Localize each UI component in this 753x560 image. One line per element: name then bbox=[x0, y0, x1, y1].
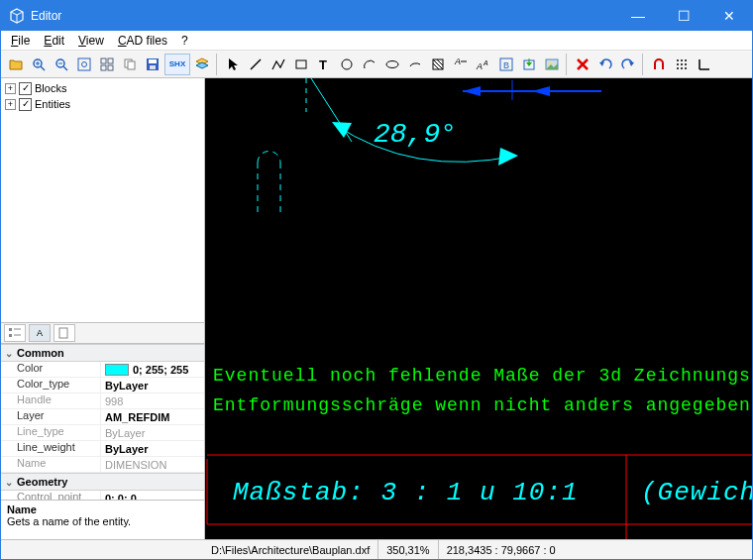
left-panel: + Blocks + Entities A ⌄Common Color bbox=[1, 78, 205, 539]
drawing-canvas[interactable]: 28,9° Eventuell noch fehlende Maße der 3… bbox=[205, 78, 752, 539]
titleblock-weight: (Gewicht) bbox=[641, 478, 752, 507]
ellipse-arc-button[interactable] bbox=[404, 54, 426, 75]
svg-rect-60 bbox=[9, 334, 12, 337]
svg-marker-47 bbox=[629, 61, 634, 66]
snap-button[interactable] bbox=[648, 54, 670, 75]
svg-point-55 bbox=[681, 67, 683, 69]
leader-button[interactable]: A bbox=[450, 54, 472, 75]
open-button[interactable] bbox=[5, 54, 27, 75]
svg-point-50 bbox=[685, 59, 687, 61]
tab-categorized[interactable] bbox=[4, 324, 26, 342]
zoom-in-button[interactable] bbox=[28, 54, 50, 75]
layers-button[interactable] bbox=[191, 54, 213, 75]
separator bbox=[642, 54, 645, 75]
menu-cad[interactable]: CAD files bbox=[112, 34, 173, 48]
property-grid[interactable]: ⌄Common Color0; 255; 255 Color_typeByLay… bbox=[1, 344, 204, 500]
svg-text:A: A bbox=[454, 56, 461, 66]
svg-marker-68 bbox=[532, 86, 550, 96]
help-desc: Gets a name of the entity. bbox=[7, 515, 198, 527]
prop-row-lineweight[interactable]: Line_weightByLayer bbox=[1, 441, 204, 457]
tree-label: Blocks bbox=[35, 82, 66, 94]
insert-button[interactable] bbox=[518, 54, 540, 75]
svg-rect-63 bbox=[59, 328, 67, 338]
prop-row-layer[interactable]: LayerAM_REFDIM bbox=[1, 409, 204, 425]
prop-row-handle[interactable]: Handle998 bbox=[1, 393, 204, 409]
delete-button[interactable] bbox=[572, 54, 593, 75]
status-zoom: 350,31% bbox=[378, 540, 438, 559]
svg-point-49 bbox=[681, 59, 683, 61]
text-button[interactable]: T bbox=[313, 54, 335, 75]
minimize-button[interactable]: — bbox=[615, 1, 661, 31]
svg-text:A: A bbox=[483, 59, 488, 66]
checkbox[interactable] bbox=[19, 82, 32, 95]
zoom-fit-button[interactable] bbox=[73, 54, 95, 75]
svg-marker-23 bbox=[196, 62, 208, 68]
svg-line-1 bbox=[11, 12, 17, 15]
svg-text:T: T bbox=[319, 57, 327, 72]
polyline-button[interactable] bbox=[268, 54, 289, 75]
hatch-button[interactable] bbox=[427, 54, 449, 75]
menubar: File Edit View CAD files ? bbox=[1, 31, 752, 51]
circle-button[interactable] bbox=[336, 54, 358, 75]
zoom-out-button[interactable] bbox=[51, 54, 72, 75]
titleblock-scale: Maßstab: 3 : 1 u 10:1 bbox=[233, 478, 579, 507]
window-title: Editor bbox=[31, 9, 615, 23]
tab-alphabetical[interactable]: A bbox=[29, 324, 51, 342]
note-line-2: Entformungsschräge wenn nicht anders ang… bbox=[213, 395, 752, 415]
svg-marker-72 bbox=[498, 148, 518, 166]
color-swatch bbox=[105, 364, 129, 376]
menu-view[interactable]: View bbox=[72, 34, 110, 48]
svg-line-5 bbox=[41, 66, 45, 70]
svg-marker-46 bbox=[599, 61, 604, 66]
tile-button[interactable] bbox=[96, 54, 118, 75]
shx-button[interactable]: SHX bbox=[164, 54, 190, 75]
undo-button[interactable] bbox=[594, 54, 616, 75]
prop-row-color-type[interactable]: Color_typeByLayer bbox=[1, 378, 204, 393]
grid-button[interactable] bbox=[671, 54, 693, 75]
menu-file[interactable]: File bbox=[5, 34, 36, 48]
prop-row-color[interactable]: Color0; 255; 255 bbox=[1, 362, 204, 378]
line-button[interactable] bbox=[245, 54, 267, 75]
expand-icon[interactable]: + bbox=[5, 99, 16, 110]
svg-line-24 bbox=[251, 59, 261, 69]
svg-rect-13 bbox=[101, 58, 106, 63]
tree-item-entities[interactable]: + Entities bbox=[1, 96, 204, 112]
titlebar: Editor — ☐ ✕ bbox=[1, 1, 752, 31]
svg-rect-25 bbox=[296, 60, 306, 68]
pointer-button[interactable] bbox=[222, 54, 244, 75]
ortho-button[interactable] bbox=[694, 54, 715, 75]
save-button[interactable] bbox=[142, 54, 163, 75]
status-coords: 218,3435 : 79,9667 : 0 bbox=[439, 540, 752, 559]
copy-button[interactable] bbox=[119, 54, 141, 75]
group-geometry[interactable]: ⌄Geometry bbox=[1, 473, 204, 491]
mtext-button[interactable]: AA bbox=[473, 54, 494, 75]
image-button[interactable] bbox=[541, 54, 563, 75]
svg-text:B: B bbox=[503, 60, 509, 70]
angle-dim: 28,9° bbox=[374, 119, 457, 150]
menu-edit[interactable]: Edit bbox=[38, 34, 70, 48]
prop-row-name[interactable]: NameDIMENSION bbox=[1, 457, 204, 473]
checkbox[interactable] bbox=[19, 98, 32, 111]
close-button[interactable]: ✕ bbox=[706, 1, 752, 31]
svg-rect-14 bbox=[108, 58, 113, 63]
prop-row-linetype[interactable]: Line_typeByLayer bbox=[1, 425, 204, 441]
svg-rect-18 bbox=[128, 61, 135, 69]
block-button[interactable]: B bbox=[495, 54, 517, 75]
svg-rect-15 bbox=[101, 65, 106, 70]
rect-button[interactable] bbox=[290, 54, 312, 75]
tree-item-blocks[interactable]: + Blocks bbox=[1, 80, 204, 96]
group-common[interactable]: ⌄Common bbox=[1, 344, 204, 362]
ellipse-button[interactable] bbox=[381, 54, 403, 75]
maximize-button[interactable]: ☐ bbox=[661, 1, 706, 31]
menu-help[interactable]: ? bbox=[175, 34, 194, 48]
arc-button[interactable] bbox=[359, 54, 380, 75]
svg-point-54 bbox=[677, 67, 679, 69]
tree-label: Entities bbox=[35, 98, 70, 110]
svg-rect-11 bbox=[78, 58, 90, 70]
entity-tree[interactable]: + Blocks + Entities bbox=[1, 78, 204, 322]
svg-point-56 bbox=[685, 67, 687, 69]
redo-button[interactable] bbox=[617, 54, 639, 75]
prop-row-control-point[interactable]: Control_point0; 0; 0 bbox=[1, 491, 204, 500]
tab-pages[interactable] bbox=[54, 324, 75, 342]
expand-icon[interactable]: + bbox=[5, 83, 16, 94]
